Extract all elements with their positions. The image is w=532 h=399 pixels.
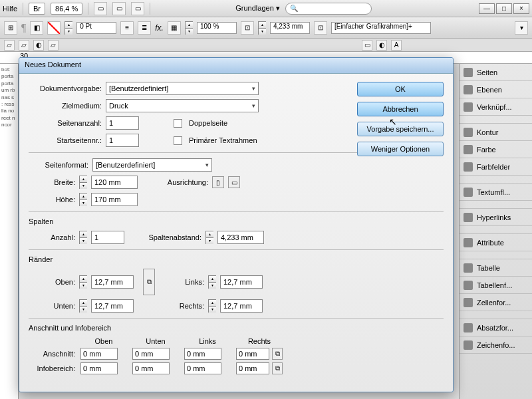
bleed-bottom[interactable]: 0 mm bbox=[132, 348, 170, 360]
panel-ebenen[interactable]: Ebenen bbox=[460, 81, 532, 98]
link-slug-icon[interactable]: ⧉ bbox=[272, 362, 283, 374]
panel-tabelle[interactable]: Tabelle bbox=[460, 259, 532, 277]
stroke-weight[interactable]: 0 Pt bbox=[76, 22, 116, 34]
panel-farbe[interactable]: Farbe bbox=[460, 141, 532, 158]
bleed-label: Anschnitt: bbox=[29, 350, 75, 358]
swatches-icon bbox=[464, 162, 473, 172]
paragraph-style-icon[interactable]: ¶ bbox=[21, 22, 26, 34]
maximize-button[interactable]: □ bbox=[496, 3, 512, 14]
stroke-spinner[interactable]: ▴▾ bbox=[65, 21, 72, 35]
charstyles-icon bbox=[464, 340, 473, 350]
view-options-icon[interactable]: ▭ bbox=[94, 2, 107, 15]
margin-right-input[interactable]: 12,7 mm bbox=[220, 299, 263, 313]
width-spinner[interactable]: ▴▾ bbox=[258, 21, 266, 35]
close-button[interactable]: × bbox=[513, 3, 529, 14]
primary-checkbox[interactable] bbox=[174, 136, 182, 145]
bleed-left[interactable]: 0 mm bbox=[184, 348, 221, 360]
panel-hyperlinks[interactable]: Hyperlinks bbox=[460, 209, 532, 226]
ok-button[interactable]: OK bbox=[357, 82, 444, 96]
minimize-button[interactable]: — bbox=[479, 3, 495, 14]
link-bleed-icon[interactable]: ⧉ bbox=[272, 348, 283, 360]
portrait-icon[interactable]: ▯ bbox=[212, 176, 224, 188]
gutter-spinner[interactable]: ▴▾ bbox=[205, 231, 213, 244]
link-margins-icon[interactable]: ⧉ bbox=[143, 269, 155, 295]
zoom-level[interactable]: 86,4 % bbox=[51, 3, 82, 15]
workspace-switcher[interactable]: Grundlagen ▾ bbox=[235, 4, 280, 13]
document-preview: bot: porta porta um rb nas s : ress lla … bbox=[0, 64, 19, 399]
primary-label: Primärer Textrahmen bbox=[189, 136, 257, 144]
format-select[interactable]: [Benutzerdefiniert] bbox=[92, 158, 212, 172]
width-value[interactable]: 4,233 mm bbox=[270, 22, 310, 34]
margin-bottom-input[interactable]: 12,7 mm bbox=[91, 299, 134, 313]
gutter-input[interactable]: 4,233 mm bbox=[217, 231, 264, 244]
col-count-spinner[interactable]: ▴▾ bbox=[79, 231, 87, 244]
panel-seiten[interactable]: Seiten bbox=[460, 64, 532, 81]
height-label: Höhe: bbox=[29, 196, 75, 203]
arrange-icon[interactable]: ▭ bbox=[131, 2, 144, 15]
panel-verknuepfungen[interactable]: Verknüpf... bbox=[460, 98, 532, 116]
panel-absatzformate[interactable]: Absatzfor... bbox=[460, 319, 532, 336]
fx-icon[interactable]: fx. bbox=[155, 23, 164, 33]
facing-checkbox[interactable] bbox=[174, 119, 182, 128]
textwrap-icon bbox=[464, 188, 473, 197]
height-input[interactable]: 170 mm bbox=[91, 193, 138, 206]
tool-icon[interactable]: A bbox=[391, 40, 402, 51]
dialog-title: Neues Dokument bbox=[19, 58, 453, 74]
height-spinner[interactable]: ▴▾ bbox=[79, 193, 87, 206]
cancel-button[interactable]: Abbrechen bbox=[357, 102, 444, 116]
opacity-value[interactable]: 100 % bbox=[197, 22, 237, 34]
tool-icon[interactable]: ▱ bbox=[19, 40, 29, 51]
startpage-label: Startseitennr.: bbox=[29, 136, 102, 144]
balance-icon[interactable]: ≡ bbox=[120, 21, 134, 35]
landscape-icon[interactable]: ▭ bbox=[228, 176, 240, 188]
intent-select[interactable]: Druck bbox=[106, 99, 259, 112]
slug-top[interactable]: 0 mm bbox=[80, 362, 118, 374]
tool-icon[interactable]: ◐ bbox=[376, 40, 387, 51]
slug-bottom[interactable]: 0 mm bbox=[132, 362, 170, 374]
panel-farbfelder[interactable]: Farbfelder bbox=[460, 158, 532, 176]
tool-icon[interactable]: ▭ bbox=[362, 40, 372, 51]
panel-zellenformate[interactable]: Zellenfor... bbox=[460, 294, 532, 311]
wrap-icon[interactable]: ▦ bbox=[168, 21, 181, 35]
preset-select[interactable]: [Benutzerdefiniert] bbox=[106, 82, 259, 95]
help-menu[interactable]: Hilfe bbox=[3, 5, 17, 13]
frame-type-icon[interactable]: ⊡ bbox=[314, 21, 327, 35]
app-menubar: Hilfe Br 86,4 % ▭ ▭ ▭ Grundlagen ▾ 🔍 — □… bbox=[0, 0, 532, 17]
screen-mode-icon[interactable]: ▭ bbox=[112, 2, 126, 15]
panel-attribute[interactable]: Attribute bbox=[460, 234, 532, 251]
anchor-icon[interactable]: ⊞ bbox=[4, 21, 17, 35]
bleed-h-top: Oben bbox=[80, 337, 127, 345]
panel-zeichenformate[interactable]: Zeichenfo... bbox=[460, 336, 532, 354]
width-input[interactable]: 120 mm bbox=[91, 176, 138, 189]
bleed-right[interactable]: 0 mm bbox=[236, 348, 269, 360]
margin-top-input[interactable]: 12,7 mm bbox=[91, 275, 134, 289]
slug-right[interactable]: 0 mm bbox=[236, 362, 269, 374]
tool-icon[interactable]: ▱ bbox=[4, 40, 15, 51]
save-preset-button[interactable]: Vorgabe speichern... bbox=[357, 122, 444, 136]
bleed-top[interactable]: 0 mm bbox=[80, 348, 118, 360]
orient-label: Ausrichtung: bbox=[142, 178, 208, 186]
pages-input[interactable]: 1 bbox=[106, 116, 139, 130]
search-input[interactable]: 🔍 bbox=[285, 3, 372, 15]
panel-kontur[interactable]: Kontur bbox=[460, 124, 532, 141]
col-count-input[interactable]: 1 bbox=[91, 231, 124, 244]
tool-icon[interactable]: ▱ bbox=[48, 40, 59, 51]
panel-textumfluss[interactable]: Textumfl... bbox=[460, 184, 532, 201]
slug-left[interactable]: 0 mm bbox=[184, 362, 221, 374]
fill-icon[interactable]: ◧ bbox=[30, 21, 43, 35]
stroke-icon[interactable] bbox=[47, 21, 61, 35]
align-icon[interactable]: ≣ bbox=[138, 21, 151, 35]
bleed-h-bottom: Unten bbox=[132, 337, 179, 345]
margins-title: Ränder bbox=[29, 255, 444, 263]
width-spinner[interactable]: ▴▾ bbox=[79, 176, 87, 189]
tool-icon[interactable]: ◐ bbox=[33, 40, 44, 51]
panel-tabellenformate[interactable]: Tabellenf... bbox=[460, 277, 532, 294]
fewer-options-button[interactable]: Weniger Optionen bbox=[357, 142, 444, 156]
crop-icon[interactable]: ⊡ bbox=[241, 21, 254, 35]
object-style[interactable]: [Einfacher Grafikrahmen]+ bbox=[331, 22, 431, 34]
margin-left-input[interactable]: 12,7 mm bbox=[220, 275, 263, 289]
bridge-icon[interactable]: Br bbox=[29, 3, 45, 15]
startpage-input[interactable]: 1 bbox=[106, 134, 139, 147]
opacity-spinner[interactable]: ▴▾ bbox=[185, 21, 193, 35]
panel-menu-icon[interactable]: ▾ bbox=[515, 21, 528, 35]
